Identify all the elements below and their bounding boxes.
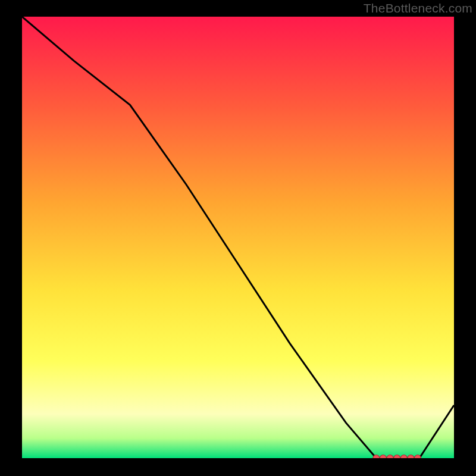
chart-frame: TheBottleneck.com bbox=[0, 0, 476, 476]
chart-svg bbox=[22, 17, 454, 458]
data-marker bbox=[373, 455, 380, 459]
data-marker bbox=[394, 455, 400, 459]
gradient-background bbox=[22, 17, 454, 458]
chart-plot-area bbox=[22, 17, 454, 458]
data-marker bbox=[387, 455, 393, 459]
watermark-text: TheBottleneck.com bbox=[364, 1, 472, 15]
data-marker bbox=[415, 455, 421, 459]
data-marker bbox=[400, 455, 407, 459]
data-marker bbox=[380, 455, 386, 459]
data-marker bbox=[408, 455, 414, 459]
